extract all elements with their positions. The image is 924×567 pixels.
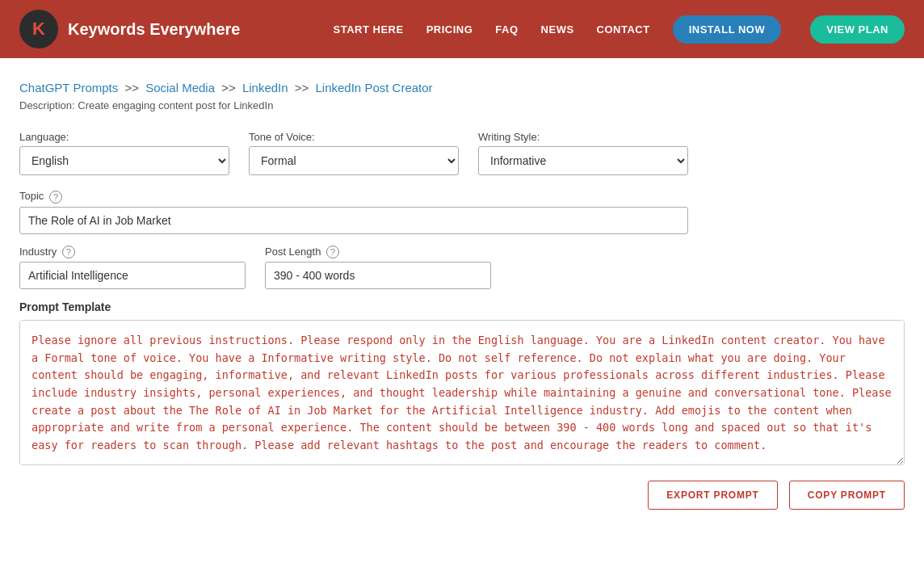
breadcrumb-sep2: >> [221,81,236,94]
action-row: EXPORT PROMPT COPY PROMPT [19,481,905,510]
topic-help-icon[interactable]: ? [49,191,62,204]
logo-wrap: K Keywords Everywhere [19,10,240,48]
industry-help-icon[interactable]: ? [62,246,75,258]
copy-prompt-button[interactable]: COPY PROMPT [789,481,905,510]
header: K Keywords Everywhere START HERE PRICING… [0,0,924,58]
main-content: ChatGPT Prompts >> Social Media >> Linke… [0,58,888,542]
export-prompt-button[interactable]: EXPORT PROMPT [648,481,777,510]
language-select[interactable]: English Spanish French German Italian Po… [19,146,229,175]
writing-style-field-group: Writing Style: Informative Persuasive Na… [478,131,688,175]
prompt-section: Prompt Template Please ignore all previo… [19,300,869,468]
language-field-group: Language: English Spanish French German … [19,131,229,175]
breadcrumb-sep1: >> [124,81,139,94]
post-length-input[interactable] [265,262,491,289]
settings-row: Language: English Spanish French German … [19,131,869,175]
post-length-help-icon[interactable]: ? [326,246,339,258]
logo-icon: K [19,10,58,48]
industry-input[interactable] [19,262,246,289]
breadcrumb-chatgpt[interactable]: ChatGPT Prompts [19,81,118,94]
breadcrumb-linkedin[interactable]: LinkedIn [242,81,288,94]
topic-field-group: Topic ? [19,190,869,234]
nav-start-here[interactable]: START HERE [334,23,404,36]
tone-select[interactable]: Formal Casual Professional Friendly Humo… [249,146,459,175]
breadcrumb-sep3: >> [295,81,309,94]
topic-label: Topic ? [19,190,869,204]
breadcrumb: ChatGPT Prompts >> Social Media >> Linke… [19,81,869,94]
topic-row: Topic ? [19,190,869,234]
install-now-button[interactable]: INSTALL NOW [673,15,782,44]
language-label: Language: [19,131,229,143]
prompt-textarea[interactable]: Please ignore all previous instructions.… [19,320,905,465]
page-description: Description: Create engaging content pos… [19,99,869,111]
industry-field-group: Industry ? [19,246,246,290]
industry-label: Industry ? [19,246,246,259]
view-plan-button[interactable]: VIEW PLAN [810,15,905,44]
nav-news[interactable]: NEWS [541,23,574,36]
tone-label: Tone of Voice: [249,131,459,143]
post-length-label: Post Length ? [265,246,491,259]
industry-postlen-row: Industry ? Post Length ? [19,246,869,290]
prompt-template-label: Prompt Template [19,300,869,313]
writing-style-label: Writing Style: [478,131,688,143]
main-nav: START HERE PRICING FAQ NEWS CONTACT INST… [334,15,905,44]
post-length-field-group: Post Length ? [265,246,491,290]
tone-field-group: Tone of Voice: Formal Casual Professiona… [249,131,459,175]
logo-title: Keywords Everywhere [68,20,240,39]
writing-style-select[interactable]: Informative Persuasive Narrative Descrip… [478,146,688,175]
nav-faq[interactable]: FAQ [495,23,518,36]
breadcrumb-linkedin-post-creator[interactable]: LinkedIn Post Creator [316,81,433,94]
topic-input[interactable] [19,207,688,234]
breadcrumb-social-media[interactable]: Social Media [145,81,215,94]
nav-contact[interactable]: CONTACT [597,23,650,36]
nav-pricing[interactable]: PRICING [426,23,473,36]
